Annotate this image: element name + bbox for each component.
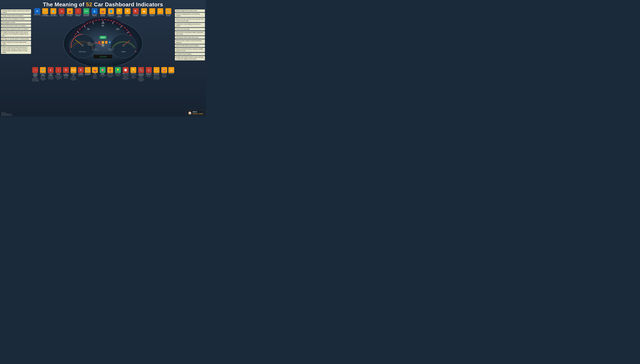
svg-point-33 — [123, 44, 125, 46]
bottom-icon-6: 🛢CHANGE ENGINE OILOil life is low — [78, 67, 84, 82]
top-icon-1: 🔒STEERING LOCK WARNING — [41, 8, 49, 17]
title-prefix: The Meaning of — [43, 1, 86, 8]
bottom-icon-label-10: DOOR AJAR — [107, 73, 113, 74]
right-callout-1: Vehicle's charging system not functionin… — [175, 13, 205, 17]
top-icon-10: 💡ADAPTIVE LIGHT WARNING — [116, 8, 123, 17]
bottom-icon-7: 🔧OIL CHANGE REMINDER — [85, 67, 91, 82]
top-icon-label-0: WINTER MODE — [34, 14, 41, 15]
bottom-icon-4: 🛢OIL PRESSURE WARNINGLoss of oil pressur… — [63, 67, 69, 82]
top-icon-label-13: HILL DESCENT CONTROL — [140, 14, 148, 16]
bottom-icon-tip-10: Door, hood, or trunk not closed properly — [107, 74, 114, 77]
right-callout-3: Compressor not providing as much air as … — [175, 23, 205, 27]
top-icon-box-14: 〰 — [149, 8, 155, 14]
svg-text:80: 80 — [102, 24, 104, 27]
top-icon-box-13: ⛰ — [141, 8, 147, 14]
top-icon-9: 🪣WASHER FLUID REMINDER — [107, 8, 115, 17]
left-callout-5: Spark plugs or plug wires need to be rep… — [1, 28, 31, 30]
bottom-icon-label-18: ESC FAULT — [169, 73, 174, 74]
brand-name: Alan's — [193, 111, 203, 113]
bottom-icon-label-6: CHANGE ENGINE OIL — [78, 73, 84, 75]
bottom-icon-16: 🔒AUTOMATIC SHIFT LOCKEngage the brake to… — [153, 67, 160, 82]
bottom-icon-label-16: AUTOMATIC SHIFT LOCK — [153, 73, 160, 75]
bottom-icon-box-4: 🛢 — [63, 67, 69, 73]
top-icon-0: ❄WINTER MODE — [34, 8, 41, 17]
right-callout-11: Problem with vehicle's traction control,… — [175, 56, 205, 60]
sources: Sources: www.autozone.com www.blog.caasc… — [1, 112, 12, 116]
svg-text:HOOD OPEN: HOOD OPEN — [108, 48, 114, 50]
top-icon-4: 🚗REAR SPOILER WARNING — [66, 8, 74, 17]
left-info-column: Indicates that the engine computer has n… — [1, 10, 31, 54]
bottom-icon-tip-13: An exterior light is not functioning pro… — [130, 74, 137, 78]
left-callout-6: If it lights momentarily, ignition switc… — [1, 31, 31, 37]
bottom-icon-tip-15: Brake pads are too thin — [145, 75, 152, 77]
svg-text:KEY FOB: KEY FOB — [92, 48, 97, 50]
top-icon-label-11: FROST WARNING — [124, 14, 131, 16]
top-icon-2: 💧RAIN AND LIGHT SENSOR — [50, 8, 57, 17]
sources-label: Sources: — [1, 112, 12, 114]
left-callout-0: Indicates that the engine computer has n… — [1, 10, 31, 14]
svg-point-25 — [102, 44, 104, 46]
top-icon-label-9: WASHER FLUID REMINDER — [107, 14, 115, 16]
bottom-icon-tip-11: Fog lamps are activated — [114, 74, 121, 76]
bottom-icon-11: 💡FOG LAMPFog lamps are activated — [114, 67, 121, 82]
left-callout-4: Mass airflow sensor needs to be replaced — [1, 24, 31, 27]
top-icon-box-12: ⛽ — [133, 8, 139, 14]
brand-text: Alan's Factory Outlet — [193, 111, 203, 115]
bottom-icon-tip-14: Catalytic converter is overheating or no… — [138, 76, 145, 82]
svg-point-29 — [81, 44, 84, 46]
svg-text:⛽: ⛽ — [106, 42, 107, 44]
bottom-icon-tip-6: Oil life is low — [78, 75, 84, 76]
top-icon-11: ❄FROST WARNING — [124, 8, 131, 17]
title-suffix: Car Dashboard Indicators — [92, 1, 163, 8]
top-icon-label-7: DEF LIGHT (Diesel) — [91, 14, 98, 16]
top-icon-7: 💧DEF LIGHT (Diesel) — [91, 8, 98, 17]
source-2: www.blog.caasco.com — [1, 114, 12, 116]
bottom-icon-label-11: FOG LAMP — [115, 73, 120, 74]
bottom-icon-2: 🌡COOLANT TEMP WARNINGTemperature has exc… — [47, 67, 54, 82]
svg-text:LANE: LANE — [88, 42, 91, 43]
svg-text:120: 120 — [116, 28, 119, 30]
top-icon-box-5: ! — [75, 8, 81, 14]
top-icon-13: ⛰HILL DESCENT CONTROL — [140, 8, 148, 17]
top-icon-15: ⚡SPEED LIMITER — [157, 8, 164, 17]
top-icon-label-14: GLOW PLUG (Diesel) — [149, 14, 156, 16]
bottom-icon-box-16: 🔒 — [154, 67, 160, 73]
bottom-icon-label-7: OIL CHANGE REMINDER — [85, 73, 91, 75]
bottom-icon-label-2: COOLANT TEMP WARNING — [47, 73, 54, 76]
top-icon-label-1: STEERING LOCK WARNING — [41, 14, 49, 16]
top-icon-label-10: ADAPTIVE LIGHT WARNING — [116, 14, 123, 17]
top-icon-12: ⛽FUEL FILTER WARNING — [132, 8, 140, 17]
bottom-icon-box-9: 🎯 — [100, 67, 106, 73]
bottom-icon-box-1: 🔗 — [40, 67, 46, 73]
bottom-icon-box-5: O/D OFF — [71, 67, 76, 73]
bottom-icon-9: 🎯CRUISE CONTROLCruise control is set — [99, 67, 106, 82]
svg-text:WARNING: WARNING — [109, 50, 114, 50]
svg-text:🪑: 🪑 — [99, 42, 101, 44]
top-icon-label-3: DIRTY AIR FILTER — [58, 14, 65, 16]
speedometer: 0 20 40 60 80 100 120 140 160 180 km/h — [62, 18, 144, 66]
bottom-icon-8: 🚗TPMSLow tire pressure / Sensor malfunct… — [92, 67, 99, 82]
bottom-icon-5: O/D OFFOVERDRIVE OFFVehicle's overdrive … — [70, 67, 77, 82]
top-icons-strip: ❄WINTER MODE🔒STEERING LOCK WARNING💧RAIN … — [32, 8, 174, 17]
bottom-icon-18: ⚠ESC FAULT — [168, 67, 174, 82]
bottom-icon-0: 🚗POWER STEERING WARNING LIGHTLow power s… — [32, 67, 39, 82]
bottom-icon-tip-17: Gas cap is attached improperly — [161, 74, 168, 77]
right-callout-6: Transmission fluid is hotter than normal — [175, 36, 205, 39]
svg-text:115 km/h: 115 km/h — [99, 56, 106, 58]
svg-text:💡: 💡 — [109, 42, 111, 44]
left-callout-3: Bad catalytic converter — [1, 21, 31, 24]
bottom-icon-tip-9: Cruise control is set — [99, 75, 106, 77]
bottom-icon-1: 🔗TRAILER TOW HITCH WARNINGTow hitch is u… — [40, 67, 47, 82]
page-title: The Meaning of 52 Car Dashboard Indicato… — [0, 0, 206, 8]
top-icon-box-10: 💡 — [116, 8, 122, 14]
top-icon-label-6: ECO DRIVING INDICATOR — [83, 14, 90, 16]
center-dashboard: ❄WINTER MODE🔒STEERING LOCK WARNING💧RAIN … — [32, 8, 174, 110]
bottom-icon-tip-0: Low power steering fluid / Power steerin… — [32, 77, 39, 82]
right-info-column: Battery voltage level is below normalVeh… — [175, 10, 205, 60]
bottom-icon-label-4: OIL PRESSURE WARNING — [63, 73, 69, 76]
bottom-icon-tip-16: Engage the brake to start ignition or sh… — [153, 75, 160, 80]
top-icon-box-9: 🪣 — [108, 8, 114, 14]
top-icon-3: 🌬DIRTY AIR FILTER — [58, 8, 65, 17]
svg-text:ECO: ECO — [101, 36, 105, 38]
title-number: 52 — [86, 1, 92, 8]
